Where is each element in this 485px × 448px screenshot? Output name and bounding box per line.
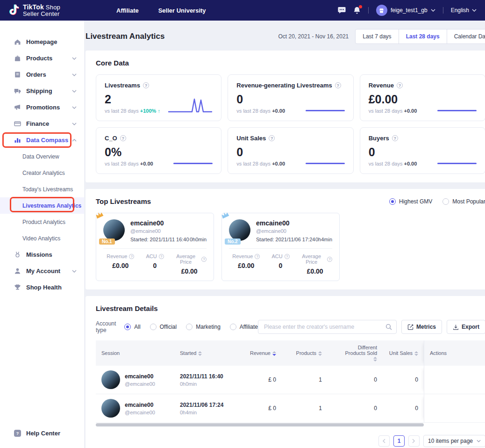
unit-sales-value: 0 — [383, 400, 424, 416]
radio-icon — [442, 198, 449, 205]
info-icon[interactable]: ? — [285, 254, 290, 259]
page-size-select[interactable]: 10 items per page — [423, 435, 485, 447]
sidebar-subitem-video-analytics[interactable]: Video Analytics — [0, 230, 84, 246]
tiktok-shop-logo[interactable]: TikTok Shop Seller Center — [8, 4, 60, 17]
column-header-started[interactable]: Started — [174, 346, 241, 360]
actions-cell — [424, 394, 464, 422]
notifications-bell-icon[interactable] — [353, 7, 361, 14]
info-icon[interactable]: ? — [201, 257, 207, 262]
account-type-official[interactable]: Official — [150, 324, 177, 330]
creator-search-input[interactable] — [258, 320, 397, 334]
column-header-actions: Actions — [424, 340, 464, 366]
creator-handle: @emcaine00 — [125, 410, 155, 415]
info-icon[interactable]: ? — [397, 82, 403, 88]
chevron-down-icon — [72, 90, 77, 93]
sidebar-item-products[interactable]: Products — [0, 50, 84, 66]
messages-icon[interactable] — [338, 7, 346, 14]
search-icon[interactable] — [385, 324, 392, 330]
account-type-marketing[interactable]: Marketing — [186, 324, 221, 330]
sidebar-item-shop-health[interactable]: Shop Health — [0, 279, 84, 296]
sidebar-item-help-center[interactable]: ? Help Center — [14, 430, 60, 437]
chevron-down-icon — [72, 123, 77, 125]
info-icon[interactable]: ? — [143, 82, 149, 88]
sidebar-subitem-data-overview[interactable]: Data Overview — [0, 148, 84, 165]
sidebar-item-shipping[interactable]: Shipping — [0, 83, 84, 99]
account-person-icon — [14, 267, 21, 275]
nav-link-seller-university[interactable]: Seller University — [158, 7, 206, 14]
sidebar-item-promotions[interactable]: Promotions — [0, 99, 84, 116]
range-button-calendar-day[interactable]: Calendar Day — [447, 29, 485, 44]
page-number-button[interactable]: 1 — [393, 435, 405, 447]
creator-avatar — [101, 399, 120, 418]
range-button-last-28-days[interactable]: Last 28 days — [399, 29, 447, 44]
sort-option-most-popular[interactable]: Most Popular — [442, 198, 485, 205]
metric-compare: vs last 28 days +100% ↑ — [105, 108, 160, 114]
metric-value: 0 — [369, 145, 477, 159]
chevron-down-icon — [72, 270, 77, 273]
table-row[interactable]: emcaine00 @emcaine00 2021/11/11 16:40 0h… — [96, 366, 485, 394]
info-icon[interactable]: ? — [269, 135, 275, 141]
table-row[interactable]: emcaine00 @emcaine00 2021/11/06 17:24 0h… — [96, 394, 485, 423]
chevron-down-icon — [72, 57, 77, 60]
divider — [443, 7, 443, 14]
rank-badge: No.1 — [99, 238, 115, 245]
sidebar-subitem-livestreams-analytics[interactable]: Livestreams Analytics — [0, 197, 84, 214]
creator-handle: @emcaine00 — [256, 228, 332, 234]
chevron-down-icon — [72, 106, 77, 109]
info-icon[interactable]: ? — [327, 257, 332, 262]
home-icon — [14, 38, 21, 45]
data-compass-chart-icon — [14, 137, 21, 144]
sidebar-item-homepage[interactable]: Homepage — [0, 34, 84, 50]
metric-card-livestreams: Livestreams? 2 vs last 28 days +100% ↑ — [96, 74, 221, 121]
creator-name: emcaine00 — [125, 402, 155, 408]
chevron-down-icon — [477, 440, 481, 442]
export-button[interactable]: Export — [447, 320, 485, 334]
metrics-button[interactable]: Metrics — [401, 320, 442, 334]
sidebar-subitem-product-analytics[interactable]: Product Analytics — [0, 214, 84, 230]
metric-revenue: Revenue? £0.00 — [103, 253, 138, 275]
sidebar-item-my-account[interactable]: My Account — [0, 263, 84, 279]
sidebar-item-missions[interactable]: Missions — [0, 246, 84, 263]
sidebar-item-orders[interactable]: Orders — [0, 66, 84, 83]
duration: 0h4min — [180, 410, 235, 415]
info-icon[interactable]: ? — [120, 135, 126, 141]
logo-text: TikTok Shop Seller Center — [23, 4, 60, 17]
sidebar-subitem-todays-livestreams[interactable]: Today's Livestreams — [0, 181, 84, 197]
chevron-down-icon — [431, 9, 435, 12]
crown-gold-icon — [94, 210, 104, 219]
info-icon[interactable]: ? — [255, 254, 260, 259]
sidebar-subitem-creator-analytics[interactable]: Creator Analytics — [0, 165, 84, 181]
radio-icon — [186, 324, 193, 330]
radio-icon — [230, 324, 236, 330]
account-type-affiliate[interactable]: Affiliate — [230, 324, 258, 330]
language-selector[interactable]: English — [451, 7, 477, 14]
column-header-unit-sales[interactable]: Unit Sales — [383, 346, 424, 360]
horizontal-scrollbar[interactable] — [96, 423, 424, 426]
range-button-last-7-days[interactable]: Last 7 days — [355, 29, 399, 44]
top-livestream-card-2[interactable]: No.2 emcaine00 @emcaine00 Started: 2021/… — [221, 213, 340, 281]
top-livestream-card-1[interactable]: No.1 emcaine00 @emcaine00 Started: 2021/… — [96, 213, 214, 281]
metric-compare: vs last 28 days +0.00 — [369, 161, 417, 166]
prev-page-button[interactable] — [378, 435, 390, 447]
rank-badge: No.2 — [225, 238, 241, 245]
column-header-revenue[interactable]: Revenue — [241, 346, 282, 360]
column-header-session: Session — [96, 346, 174, 360]
sidebar-item-data-compass[interactable]: Data Compass — [0, 132, 84, 148]
next-page-button[interactable] — [408, 435, 420, 447]
user-menu[interactable]: feige_test1_gb — [376, 5, 435, 16]
info-icon[interactable]: ? — [159, 254, 164, 259]
column-header-products[interactable]: Products — [282, 346, 328, 360]
export-download-icon — [453, 324, 459, 330]
metric-value: 0 — [236, 145, 344, 159]
column-header-different-products-sold[interactable]: Different Products Sold — [328, 340, 383, 366]
metric-value: £0.00 — [369, 93, 477, 106]
sort-option-highest-gmv[interactable]: Highest GMV — [389, 198, 432, 205]
info-icon[interactable]: ? — [129, 254, 134, 259]
account-type-all[interactable]: All — [124, 324, 140, 330]
nav-link-affiliate[interactable]: Affiliate — [116, 7, 139, 14]
info-icon[interactable]: ? — [392, 135, 398, 141]
flat-trend-line — [173, 163, 213, 164]
sidebar-item-finance[interactable]: Finance — [0, 116, 84, 132]
info-icon[interactable]: ? — [335, 82, 341, 88]
metric-compare: vs last 28 days +0.00 — [236, 108, 285, 114]
